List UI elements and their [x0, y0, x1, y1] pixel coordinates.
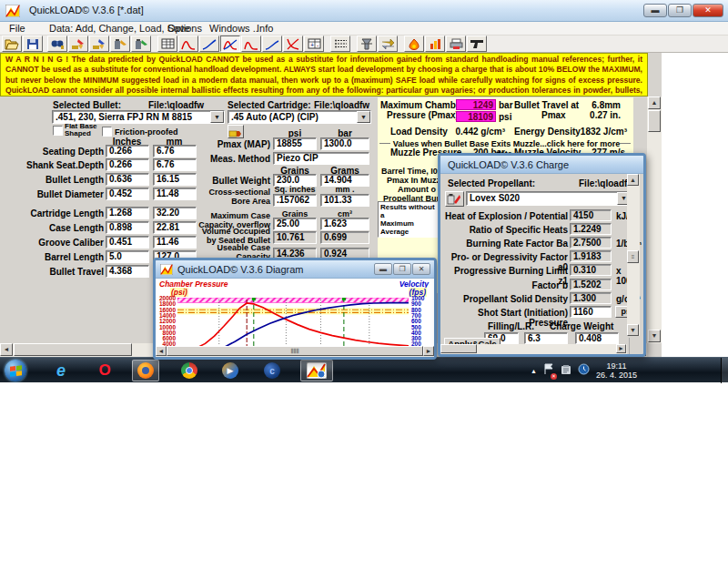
value-field[interactable]: 1.268 [106, 207, 149, 219]
taskbar-quickload[interactable] [300, 360, 333, 381]
result-list-button[interactable] [330, 36, 350, 52]
compare-loads-button[interactable] [378, 36, 398, 52]
tray-device-icon[interactable] [561, 362, 571, 379]
combined-diagram-button[interactable] [220, 36, 240, 52]
minimize-button[interactable]: ▬ [374, 263, 392, 275]
value-field[interactable]: 0.452 [106, 188, 149, 200]
value-field[interactable]: 0.266 [106, 145, 149, 157]
taskbar-media-player[interactable]: ▶ [217, 360, 244, 381]
edit-powder-button[interactable] [110, 36, 130, 52]
menu-file[interactable]: File [5, 23, 29, 34]
charge-row-value[interactable]: 4150 [570, 209, 612, 221]
meas-method-field[interactable]: Piezo CIP [273, 152, 369, 165]
show-desktop-button[interactable] [721, 358, 728, 383]
bore-area-mm[interactable]: 101.33 [320, 194, 369, 207]
diagram-window[interactable]: QuickLOAD© V.3.6 Diagram ▬ ❐ ✕ Chamber P… [153, 258, 437, 360]
shot-start-field[interactable]: 1160 [570, 306, 612, 318]
form-vertical-scrollbar[interactable]: ▲ ▼ [647, 97, 662, 343]
powder-measure-button[interactable] [357, 36, 377, 52]
travel-in-value: 0.27 in. [573, 110, 621, 120]
maximize-button[interactable]: ❐ [668, 4, 692, 17]
value-field[interactable]: 0.266 [106, 158, 149, 171]
action-center-flag-icon[interactable]: ✕ [543, 362, 554, 379]
charge-row-value[interactable]: 1.300 [570, 292, 612, 304]
maximize-button[interactable]: ❐ [393, 263, 411, 275]
charge-row-value[interactable]: 2.7500 [570, 237, 612, 249]
pmax-psi-field[interactable]: 18855 [273, 137, 317, 150]
taskbar-firefox[interactable] [132, 360, 159, 381]
cartridge-icon-button[interactable] [228, 125, 244, 138]
edit-bullet-alt-button[interactable] [89, 36, 109, 52]
charge-horizontal-scrollbar[interactable]: ► [440, 344, 627, 354]
open-file-button[interactable] [2, 36, 22, 52]
charge-row-value[interactable]: 0.310 [570, 264, 612, 276]
taskbar-internet-explorer[interactable]: e [47, 360, 75, 381]
taskbar-clock[interactable]: 19:11 26. 4. 2015 [596, 361, 637, 380]
table-adjust-button[interactable]: +- [304, 36, 324, 52]
search-database-button[interactable] [47, 36, 67, 52]
form-resize-grip[interactable] [647, 343, 662, 357]
chevron-down-icon[interactable]: ▼ [210, 111, 224, 123]
charge-vertical-scrollbar[interactable]: ▲ ≡ ▼ [627, 174, 640, 336]
taskbar-opera[interactable]: O [91, 360, 118, 381]
note-line: Results without a [380, 203, 435, 219]
firefox-icon [137, 362, 154, 379]
burn-diagram-button[interactable] [283, 36, 303, 52]
max-capacity-grains[interactable]: 25.00 [273, 218, 317, 230]
charge-row-value[interactable]: 1.2249 [570, 223, 612, 235]
menu-options[interactable]: Options [164, 23, 206, 34]
propellant-icon-button[interactable] [445, 191, 464, 207]
main-titlebar[interactable]: QuickLOAD© V.3.6 [*.dat] ▬ ❐ ✕ [0, 0, 728, 22]
close-button[interactable]: ✕ [693, 4, 723, 17]
charge-row-value[interactable]: 1.9183 [570, 250, 612, 262]
flat-base-checkbox[interactable] [53, 126, 63, 136]
tray-clock-app-icon[interactable] [578, 362, 590, 379]
max-capacity-cm3[interactable]: 1.623 [320, 218, 369, 230]
cartridge-select[interactable]: .45 Auto (ACP) (CIP) ▼ [228, 110, 371, 124]
start-button[interactable] [5, 360, 26, 381]
pmax-bar-unit: bar [499, 100, 513, 110]
save-file-button[interactable] [23, 36, 43, 52]
value-field[interactable]: 0.636 [106, 173, 149, 186]
minimize-button[interactable]: ▬ [643, 4, 667, 17]
hidden-icons-arrow[interactable]: ▲ [531, 368, 537, 374]
velocity-curve-button[interactable] [199, 36, 219, 52]
taskbar-blue-app[interactable]: c [258, 360, 286, 381]
pressure-diagram-button[interactable] [241, 36, 261, 52]
desktop: QuickLOAD© V.3.6 [*.dat] ▬ ❐ ✕ File Data… [0, 0, 728, 569]
cartridge-selected-value: .45 Auto (ACP) (CIP) [231, 112, 318, 122]
friction-proofed-checkbox[interactable] [102, 127, 112, 137]
pmax-bar-field[interactable]: 1300.0 [320, 137, 369, 150]
charge-grams-field[interactable]: 0.408 [575, 332, 619, 344]
propellant-select[interactable]: Lovex S020 ▼ [466, 191, 632, 206]
charge-title: QuickLOAD© V.3.6 Charge [448, 159, 569, 170]
firearm-button[interactable] [467, 36, 487, 52]
value-field[interactable]: 0.898 [106, 221, 149, 234]
bore-area-sqin[interactable]: .157062 [273, 194, 317, 207]
menu-info[interactable]: Info [253, 23, 277, 34]
charge-row-value[interactable]: 1.5202 [570, 279, 612, 290]
diagram-horizontal-scrollbar[interactable]: ◄ ⦀⦀⦀ ► [156, 346, 434, 357]
print-button[interactable] [446, 36, 466, 52]
taskbar-chrome[interactable] [176, 360, 203, 381]
value-field[interactable]: 4.368 [106, 265, 149, 278]
velocity-diagram-button[interactable] [262, 36, 282, 52]
close-button[interactable]: ✕ [412, 263, 430, 275]
diagram-titlebar[interactable]: QuickLOAD© V.3.6 Diagram ▬ ❐ ✕ [156, 260, 434, 279]
charge-resize-grip[interactable] [629, 338, 640, 354]
charge-window[interactable]: QuickLOAD© V.3.6 Charge Selected Propell… [438, 153, 646, 357]
edit-bullet-button[interactable] [68, 36, 88, 52]
value-field[interactable]: 5.0 [106, 250, 149, 263]
edit-powder-alt-button[interactable] [131, 36, 151, 52]
chevron-down-icon[interactable]: ▼ [357, 111, 370, 123]
data-table-button[interactable] [157, 36, 177, 52]
charge-row-label: Ratio of Specific Heats [442, 225, 568, 235]
charge-grains-field[interactable]: 6.3 [524, 332, 568, 344]
value-field[interactable]: 0.451 [106, 236, 149, 249]
chrome-icon [181, 362, 197, 379]
amount-fragment: Amount o [398, 185, 436, 194]
ignition-button[interactable] [404, 36, 424, 52]
charge-titlebar[interactable]: QuickLOAD© V.3.6 Charge [440, 156, 643, 174]
pressure-curve-button[interactable] [178, 36, 198, 52]
bar-chart-button[interactable] [425, 36, 445, 52]
